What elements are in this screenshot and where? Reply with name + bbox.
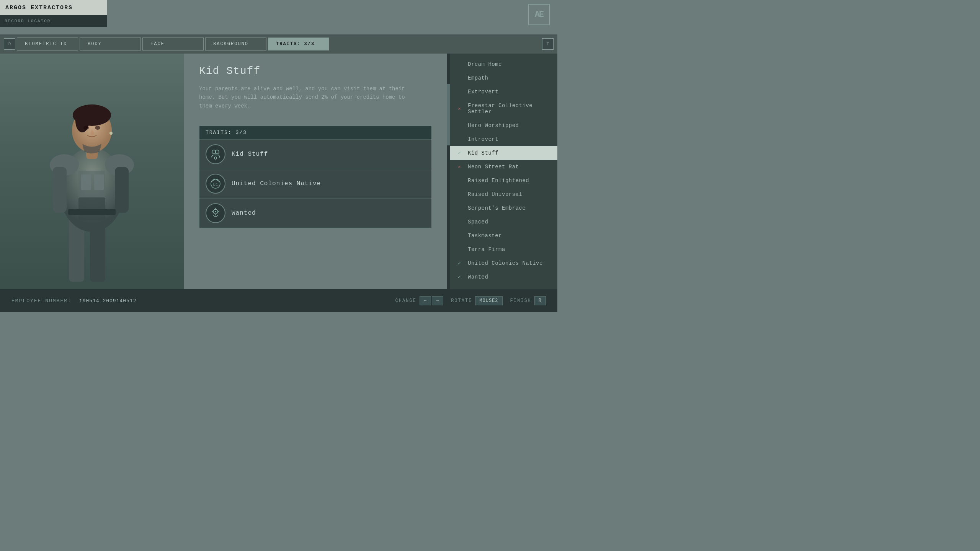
footer-action-finish: FINISH R — [510, 296, 546, 305]
sidebar-item-label: Spaced — [468, 219, 488, 225]
check-icon: ✓ — [458, 150, 464, 156]
trait-name-wanted: Wanted — [232, 210, 256, 217]
svg-rect-5 — [94, 174, 104, 190]
svg-point-14 — [83, 126, 89, 130]
sidebar-item-terra-firma[interactable]: Terra Firma — [450, 243, 557, 256]
svg-rect-9 — [115, 167, 129, 213]
character-area — [0, 54, 184, 289]
sidebar-item-label: Dream Home — [468, 61, 502, 67]
sidebar-item-raised-universal[interactable]: Raised Universal — [450, 187, 557, 201]
tab-body[interactable]: BODY — [80, 37, 141, 51]
main-content: Kid Stuff Your parents are alive and wel… — [0, 54, 557, 289]
sidebar-item-label: Kid Stuff — [468, 150, 498, 156]
sidebar-item-label: Serpent's Embrace — [468, 205, 526, 211]
check-icon: ✓ — [458, 260, 464, 266]
svg-rect-17 — [68, 209, 116, 215]
trait-icon-wanted — [206, 203, 225, 223]
selected-traits-box: TRAITS: 3/3 Kid Stuff — [199, 126, 432, 228]
footer: EMPLOYEE NUMBER: 190514-2009140512 CHANG… — [0, 289, 557, 312]
detail-panel: Kid Stuff Your parents are alive and wel… — [184, 54, 447, 289]
x-icon: ✕ — [458, 106, 464, 112]
character-figure — [0, 54, 184, 289]
sidebar-item-label: Raised Universal — [468, 191, 522, 197]
finish-keys: R — [534, 296, 546, 305]
traits-box-header: TRAITS: 3/3 — [199, 126, 431, 139]
record-locator-bar: RECORD LOCATOR — [0, 15, 107, 27]
tab-traits[interactable]: TRAITS: 3/3 — [268, 37, 329, 51]
finish-label: FINISH — [510, 298, 531, 303]
sidebar-item-wanted[interactable]: ✓Wanted — [450, 270, 557, 284]
svg-point-18 — [109, 132, 113, 135]
trait-name-uc-native: United Colonies Native — [232, 180, 321, 187]
change-label: CHANGE — [395, 298, 416, 303]
x-icon: ✕ — [458, 164, 464, 170]
employee-section: EMPLOYEE NUMBER: 190514-2009140512 — [11, 298, 136, 304]
trait-name-kid-stuff: Kid Stuff — [232, 151, 268, 158]
nav-tabs: D BIOMETRIC ID BODY FACE BACKGROUND TRAI… — [0, 34, 557, 54]
trait-row-kid-stuff[interactable]: Kid Stuff — [199, 139, 431, 169]
sidebar-item-neon-street-rat[interactable]: ✕Neon Street Rat — [450, 160, 557, 174]
svg-rect-4 — [81, 174, 91, 190]
sidebar-item-introvert[interactable]: Introvert — [450, 132, 557, 146]
character-svg — [19, 67, 165, 289]
rotate-keys: MOUSE2 — [475, 296, 502, 305]
svg-point-21 — [214, 157, 217, 159]
trait-row-uc-native[interactable]: UC United Colonies Native — [199, 169, 431, 198]
sidebar-item-label: Introvert — [468, 136, 498, 142]
sidebar-item-serpents-embrace[interactable]: Serpent's Embrace — [450, 201, 557, 215]
tab-face[interactable]: FACE — [142, 37, 204, 51]
footer-actions: CHANGE ← → ROTATE MOUSE2 FINISH R — [395, 296, 546, 305]
nav-right-button[interactable]: T — [542, 38, 554, 50]
selected-trait-title: Kid Stuff — [199, 65, 432, 77]
sidebar-item-empath[interactable]: Empath — [450, 71, 557, 85]
change-key-right[interactable]: → — [432, 296, 443, 305]
header: ARGOS EXTRACTORS RECORD LOCATOR AE — [0, 0, 557, 34]
record-locator-text: RECORD LOCATOR — [5, 19, 51, 23]
header-left: ARGOS EXTRACTORS RECORD LOCATOR — [0, 0, 107, 27]
tab-background[interactable]: BACKGROUND — [205, 37, 266, 51]
company-logo: AE — [528, 4, 550, 25]
employee-label: EMPLOYEE NUMBER: — [11, 298, 72, 304]
change-keys: ← → — [420, 296, 443, 305]
svg-point-15 — [95, 126, 100, 130]
scroll-thumb[interactable] — [447, 84, 450, 145]
rotate-key[interactable]: MOUSE2 — [475, 296, 502, 305]
svg-rect-8 — [53, 167, 67, 213]
check-icon: ✓ — [458, 274, 464, 280]
scroll-indicator — [447, 54, 450, 289]
sidebar-item-dream-home[interactable]: Dream Home — [450, 57, 557, 71]
sidebar-item-raised-enlightened[interactable]: Raised Enlightened — [450, 174, 557, 187]
trait-icon-kid-stuff — [206, 144, 225, 164]
footer-action-rotate: ROTATE MOUSE2 — [451, 296, 502, 305]
finish-key[interactable]: R — [534, 296, 546, 305]
nav-left-button[interactable]: D — [4, 38, 15, 50]
rotate-label: ROTATE — [451, 298, 472, 303]
trait-row-wanted[interactable]: Wanted — [199, 198, 431, 228]
sidebar-item-hero-worshipped[interactable]: Hero Worshipped — [450, 119, 557, 132]
sidebar-list: Dream HomeEmpathExtrovert✕Freestar Colle… — [450, 54, 557, 289]
sidebar-item-label: Raised Enlightened — [468, 178, 529, 184]
sidebar-item-taskmaster[interactable]: Taskmaster — [450, 229, 557, 243]
sidebar-item-label: Wanted — [468, 274, 488, 280]
sidebar-item-label: Hero Worshipped — [468, 122, 519, 129]
sidebar-item-kid-stuff[interactable]: ✓Kid Stuff — [450, 146, 557, 160]
sidebar-item-united-colonies-native[interactable]: ✓United Colonies Native — [450, 256, 557, 270]
uc-icon-svg: UC — [209, 178, 222, 190]
sidebar-item-label: Neon Street Rat — [468, 164, 519, 170]
sidebar-item-spaced[interactable]: Spaced — [450, 215, 557, 229]
tab-biometric-id[interactable]: BIOMETRIC ID — [17, 37, 78, 51]
wanted-icon-svg — [209, 207, 222, 219]
sidebar-item-label: Taskmaster — [468, 233, 502, 239]
svg-point-25 — [215, 211, 216, 212]
sidebar-item-label: United Colonies Native — [468, 260, 543, 266]
sidebar-item-extrovert[interactable]: Extrovert — [450, 85, 557, 99]
sidebar-item-freestar-collective-settler[interactable]: ✕Freestar Collective Settler — [450, 99, 557, 119]
change-key-left[interactable]: ← — [420, 296, 431, 305]
sidebar-item-label: Freestar Collective Settler — [468, 103, 550, 115]
app-title-bar: ARGOS EXTRACTORS — [0, 0, 107, 15]
selected-trait-description: Your parents are alive and well, and you… — [199, 85, 413, 110]
footer-action-change: CHANGE ← → — [395, 296, 444, 305]
sidebar-item-label: Extrovert — [468, 89, 498, 95]
sidebar-item-label: Empath — [468, 75, 488, 81]
sidebar-item-label: Terra Firma — [468, 246, 505, 253]
